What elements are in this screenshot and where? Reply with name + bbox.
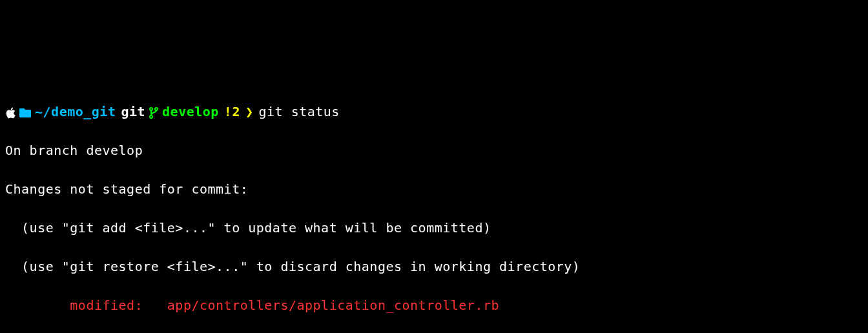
output-line: On branch develop: [5, 141, 863, 160]
svg-point-1: [155, 108, 158, 110]
path-prefix: ~/: [35, 102, 51, 121]
git-label: git: [121, 102, 145, 121]
prompt-arrow: ❯: [245, 102, 254, 121]
modified-count: !2: [224, 102, 240, 121]
svg-point-2: [150, 116, 152, 118]
output-line: (use "git add <file>..." to update what …: [5, 218, 863, 237]
branch-name: develop: [162, 102, 219, 121]
apple-icon: [5, 102, 16, 121]
output-line: Changes not staged for commit:: [5, 179, 863, 199]
prompt-line-1[interactable]: ~/demo_gitgitdevelop!2❯git status: [5, 102, 863, 121]
svg-point-0: [150, 108, 152, 110]
branch-icon: [149, 102, 158, 121]
modified-file: modified: app/controllers/application_co…: [5, 296, 863, 315]
command-input[interactable]: git status: [258, 102, 339, 121]
output-line: (use "git restore <file>..." to discard …: [5, 257, 863, 276]
folder-icon: [19, 102, 31, 121]
path-name: demo_git: [51, 102, 116, 121]
terminal-output: ~/demo_gitgitdevelop!2❯git status On bra…: [5, 83, 863, 333]
